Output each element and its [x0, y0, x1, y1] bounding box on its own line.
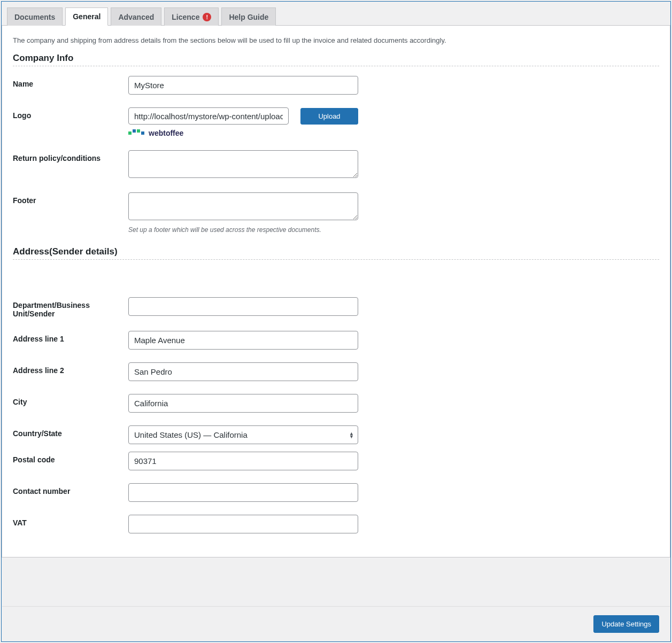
logo-preview-text: webtoffee: [149, 129, 183, 137]
label-addr1: Address line 1: [13, 331, 128, 343]
tab-licence-label: Licence: [172, 13, 199, 21]
logo-field[interactable]: [128, 107, 289, 125]
update-settings-button[interactable]: Update Settings: [593, 615, 659, 633]
logo-icon: [128, 131, 144, 135]
section-address: Address(Sender details): [13, 246, 659, 260]
label-footer: Footer: [13, 192, 128, 205]
tab-help-guide[interactable]: Help Guide: [221, 7, 276, 26]
addr2-field[interactable]: [128, 362, 358, 381]
contact-field[interactable]: [128, 483, 358, 502]
label-country: Country/State: [13, 425, 128, 438]
name-field[interactable]: [128, 76, 358, 95]
intro-text: The company and shipping from address de…: [13, 36, 659, 44]
footer-help-text: Set up a footer which will be used acros…: [128, 226, 358, 234]
city-field[interactable]: [128, 394, 358, 413]
content-panel: The company and shipping from address de…: [2, 26, 670, 557]
upload-button[interactable]: Upload: [300, 108, 358, 125]
alert-badge-icon: !: [203, 13, 211, 21]
vat-field[interactable]: [128, 515, 358, 533]
label-postal: Postal code: [13, 452, 128, 464]
label-name: Name: [13, 76, 128, 88]
postal-field[interactable]: [128, 452, 358, 470]
label-vat: VAT: [13, 515, 128, 527]
tab-bar: Documents General Advanced Licence ! Hel…: [2, 2, 670, 26]
section-company-info: Company Info: [13, 53, 659, 66]
footer-bar: Update Settings: [2, 606, 670, 641]
tab-advanced[interactable]: Advanced: [111, 7, 161, 26]
label-addr2: Address line 2: [13, 362, 128, 375]
tab-documents[interactable]: Documents: [7, 7, 63, 26]
logo-preview: webtoffee: [128, 129, 358, 137]
tab-licence[interactable]: Licence !: [164, 7, 219, 26]
addr1-field[interactable]: [128, 331, 358, 350]
return-policy-field[interactable]: [128, 150, 358, 178]
department-field[interactable]: [128, 297, 358, 316]
label-department: Department/Business Unit/Sender: [13, 297, 128, 318]
label-logo: Logo: [13, 107, 128, 120]
country-select[interactable]: United States (US) — California: [128, 425, 358, 444]
label-city: City: [13, 394, 128, 406]
label-return-policy: Return policy/conditions: [13, 150, 128, 162]
label-contact: Contact number: [13, 483, 128, 495]
tab-general[interactable]: General: [65, 7, 108, 26]
footer-field[interactable]: [128, 192, 358, 220]
